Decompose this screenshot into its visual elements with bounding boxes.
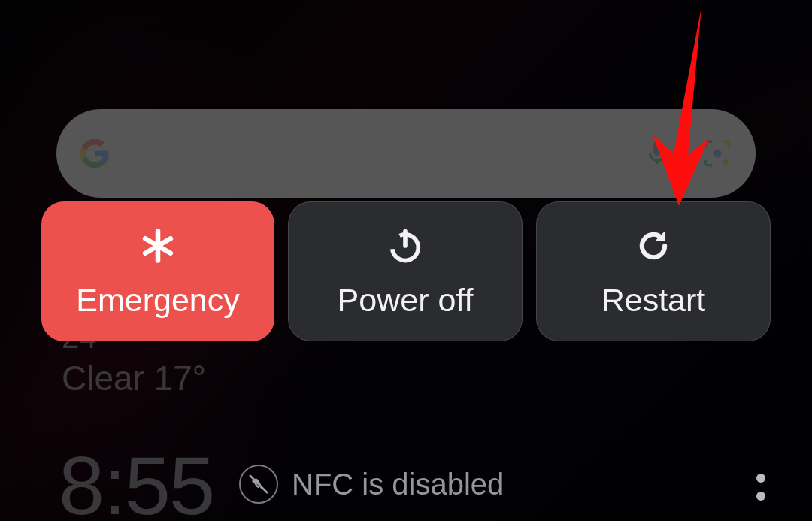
emergency-button[interactable]: Emergency	[41, 201, 274, 341]
dot-icon	[756, 492, 765, 501]
power-menu: Emergency Power off Restart	[41, 201, 771, 341]
power-icon	[384, 225, 426, 267]
asterisk-icon	[137, 225, 179, 267]
restart-icon	[632, 225, 674, 267]
nfc-disabled-icon	[239, 465, 278, 504]
emergency-label: Emergency	[76, 282, 239, 319]
power-off-button[interactable]: Power off	[288, 201, 523, 341]
overflow-menu-button[interactable]	[746, 465, 776, 510]
restart-button[interactable]: Restart	[536, 201, 771, 341]
restart-label: Restart	[601, 282, 706, 319]
nfc-status-pill[interactable]: NFC is disabled	[239, 465, 504, 504]
power-off-label: Power off	[338, 282, 474, 319]
dot-icon	[756, 474, 765, 483]
nfc-status-label: NFC is disabled	[292, 468, 504, 501]
